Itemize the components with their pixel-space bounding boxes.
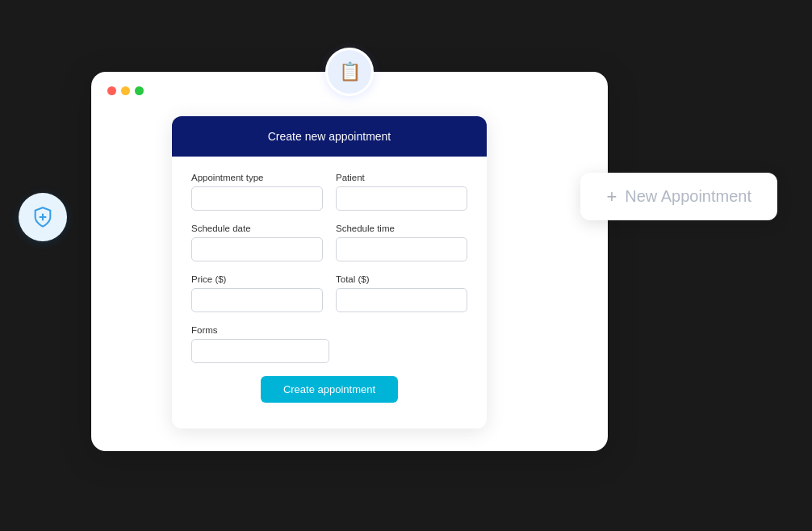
dot-green (135, 86, 144, 95)
new-appointment-label: New Appointment (625, 187, 751, 206)
input-total[interactable] (336, 288, 467, 312)
label-schedule-time: Schedule time (336, 224, 467, 233)
form-body: Appointment type Patient Schedule date (172, 157, 487, 429)
doc-bubble: 📋 (325, 48, 374, 96)
new-appointment-card[interactable]: + New Appointment (580, 173, 777, 220)
form-row-3: Price ($) Total ($) (191, 274, 467, 312)
form-title: Create new appointment (268, 130, 391, 143)
label-forms: Forms (191, 325, 329, 335)
field-patient: Patient (336, 173, 467, 211)
input-schedule-date[interactable] (191, 237, 323, 261)
form-row-4: Forms (191, 325, 467, 363)
input-price[interactable] (191, 288, 323, 312)
dot-red (107, 86, 116, 95)
form-row-2: Schedule date Schedule time (191, 224, 467, 261)
field-appt-type: Appointment type (191, 173, 323, 211)
shield-bubble (19, 193, 67, 241)
form-card: Create new appointment Appointment type … (172, 116, 487, 429)
doc-icon: 📋 (339, 61, 361, 82)
label-total: Total ($) (336, 274, 467, 284)
label-price: Price ($) (191, 274, 323, 284)
form-footer: Create appointment (191, 376, 467, 406)
form-header: Create new appointment (172, 116, 487, 157)
label-patient: Patient (336, 173, 467, 182)
create-appointment-button[interactable]: Create appointment (261, 376, 398, 403)
shield-plus-icon (31, 206, 54, 228)
field-schedule-date: Schedule date (191, 224, 323, 261)
dot-yellow (121, 86, 130, 95)
field-forms: Forms (191, 325, 329, 363)
field-price: Price ($) (191, 274, 323, 312)
field-total: Total ($) (336, 274, 467, 312)
label-appt-type: Appointment type (191, 173, 323, 182)
form-row-1: Appointment type Patient (191, 173, 467, 211)
field-schedule-time: Schedule time (336, 224, 467, 261)
label-schedule-date: Schedule date (191, 224, 323, 233)
scene: 📋 Create new appointment Appointment typ… (43, 31, 769, 500)
main-window: 📋 Create new appointment Appointment typ… (91, 72, 608, 451)
plus-icon: + (606, 188, 617, 206)
input-schedule-time[interactable] (336, 237, 467, 261)
input-patient[interactable] (336, 186, 467, 211)
input-appt-type[interactable] (191, 186, 323, 211)
input-forms[interactable] (191, 339, 329, 363)
